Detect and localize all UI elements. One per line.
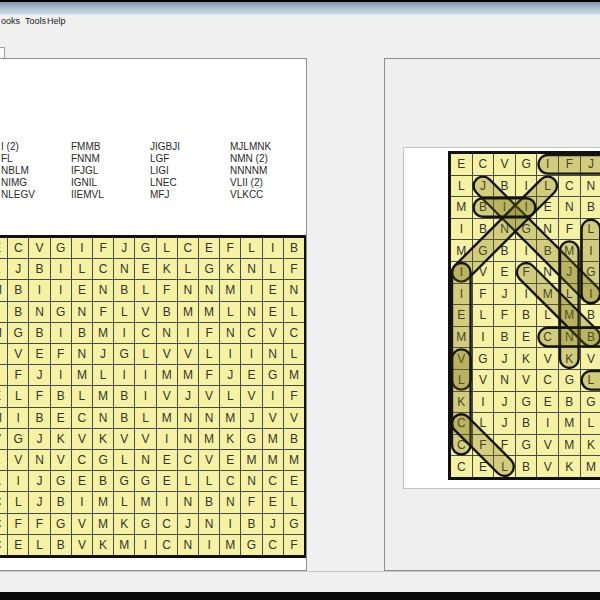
- grid-cell: I: [0, 344, 7, 364]
- grid-cell: M: [93, 514, 113, 534]
- grid-cell: F: [559, 154, 580, 175]
- solution-page[interactable]: ECVGIFJGLCEFLIBLJBILCNEKLGKNLFMBIIENBLFN…: [403, 147, 600, 489]
- grid-cell: G: [135, 238, 155, 258]
- grid-cell: I: [473, 327, 494, 348]
- grid-cell: G: [51, 302, 71, 322]
- grid-cell: L: [178, 259, 198, 279]
- grid-cell: L: [220, 386, 240, 406]
- word-list-entry: LNEC: [150, 177, 180, 189]
- grid-cell: M: [135, 492, 155, 512]
- grid-cell: I: [178, 323, 198, 343]
- grid-cell: J: [241, 408, 261, 428]
- grid-cell: N: [199, 514, 219, 534]
- grid-cell: M: [537, 284, 558, 305]
- grid-cell: I: [135, 535, 155, 555]
- grid-cell: G: [241, 535, 261, 555]
- grid-cell: L: [537, 305, 558, 326]
- word-list-entry: NNNNM: [230, 165, 271, 177]
- grid-cell: N: [93, 280, 113, 300]
- word-list-column: MJLMNKNMN (2)NNNNMVLII (2)VLKCC: [230, 141, 271, 201]
- grid-cell: M: [559, 413, 580, 434]
- puzzle-page-panel[interactable]: I (2)FLNBLMNIMGNLEGVFMMBFNNMIFJGLIGNILII…: [0, 58, 307, 571]
- grid-cell: V: [516, 370, 537, 391]
- grid-cell: M: [559, 435, 580, 456]
- grid-cell: N: [178, 535, 198, 555]
- grid-cell: M: [263, 429, 283, 449]
- grid-cell: F: [494, 305, 515, 326]
- grid-cell: I: [29, 280, 49, 300]
- grid-cell: M: [178, 302, 198, 322]
- grid-cell: I: [8, 408, 28, 428]
- grid-cell: I: [581, 240, 600, 261]
- grid-cell: J: [29, 492, 49, 512]
- grid-cell: I: [51, 365, 71, 385]
- grid-cell: B: [581, 197, 600, 218]
- menu-item-ooks[interactable]: ooks: [1, 16, 20, 26]
- grid-cell: E: [135, 259, 155, 279]
- grid-cell: G: [284, 514, 304, 534]
- grid-cell: I: [516, 284, 537, 305]
- grid-cell: L: [72, 259, 92, 279]
- grid-cell: G: [114, 471, 134, 491]
- grid-cell: C: [451, 413, 472, 434]
- grid-cell: G: [473, 348, 494, 369]
- grid-cell: G: [241, 429, 261, 449]
- grid-cell: F: [93, 238, 113, 258]
- grid-cell: E: [263, 492, 283, 512]
- grid-cell: I: [199, 535, 219, 555]
- grid-cell: M: [199, 302, 219, 322]
- grid-cell: N: [72, 344, 92, 364]
- grid-cell: J: [559, 262, 580, 283]
- grid-cell: M: [72, 365, 92, 385]
- word-list-entry: NLEGV: [1, 189, 35, 201]
- word-list-entry: MJLMNK: [230, 141, 271, 153]
- grid-cell: J: [29, 429, 49, 449]
- grid-cell: J: [8, 259, 28, 279]
- grid-cell: N: [93, 408, 113, 428]
- menu-item-help[interactable]: Help: [47, 16, 66, 26]
- grid-cell: B: [516, 305, 537, 326]
- grid-cell: V: [0, 429, 7, 449]
- grid-cell: V: [537, 456, 558, 477]
- grid-cell: E: [199, 238, 219, 258]
- grid-cell: K: [51, 429, 71, 449]
- menu-item-tools[interactable]: Tools: [25, 16, 46, 26]
- solution-page-panel[interactable]: ECVGIFJGLCEFLIBLJBILCNEKLGKNLFMBIIENBLFN…: [384, 58, 600, 571]
- word-list-entry: I (2): [1, 141, 35, 153]
- grid-cell: N: [263, 344, 283, 364]
- grid-cell: N: [581, 176, 600, 197]
- grid-cell: C: [559, 176, 580, 197]
- grid-cell: V: [8, 344, 28, 364]
- word-list-entry: LGF: [150, 153, 180, 165]
- grid-cell: V: [537, 435, 558, 456]
- grid-cell: V: [72, 535, 92, 555]
- grid-cell: L: [114, 450, 134, 470]
- grid-cell: N: [241, 302, 261, 322]
- grid-cell: I: [451, 284, 472, 305]
- grid-cell: I: [494, 197, 515, 218]
- grid-cell: B: [114, 280, 134, 300]
- grid-cell: L: [135, 408, 155, 428]
- grid-cell: B: [157, 302, 177, 322]
- grid-cell: N: [178, 429, 198, 449]
- grid-cell: I: [135, 386, 155, 406]
- grid-cell: C: [157, 514, 177, 534]
- grid-cell: L: [8, 492, 28, 512]
- grid-cell: I: [451, 262, 472, 283]
- title-bar[interactable]: [0, 0, 600, 15]
- grid-cell: M: [199, 429, 219, 449]
- grid-cell: I: [51, 280, 71, 300]
- grid-cell: V: [451, 348, 472, 369]
- grid-cell: M: [157, 365, 177, 385]
- grid-cell: K: [559, 456, 580, 477]
- grid-cell: M: [93, 386, 113, 406]
- grid-cell: C: [473, 154, 494, 175]
- grid-cell: F: [473, 284, 494, 305]
- grid-cell: I: [135, 365, 155, 385]
- grid-cell: C: [93, 259, 113, 279]
- grid-cell: J: [178, 514, 198, 534]
- grid-cell: I: [157, 429, 177, 449]
- grid-cell: C: [0, 514, 7, 534]
- grid-cell: B: [516, 456, 537, 477]
- grid-cell: B: [473, 219, 494, 240]
